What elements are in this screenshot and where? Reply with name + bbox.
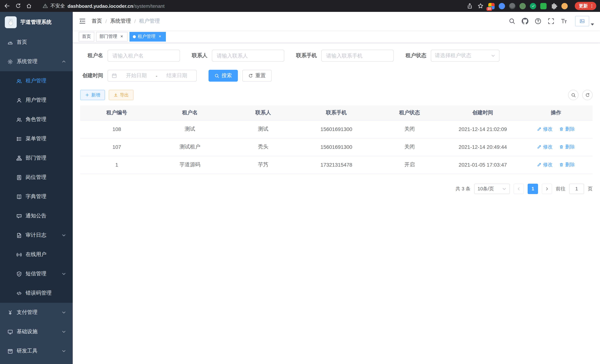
cell-tenant-name: 测试租户 [153,138,227,156]
tenant-name-input[interactable] [108,50,180,62]
log-icon [16,233,22,238]
cell-status: 开启 [373,156,446,174]
extension-dark-icon[interactable] [509,3,516,9]
sidebar-item-label: 短信管理 [26,271,46,277]
sidebar-item-label: 研发工具 [17,348,38,354]
help-icon[interactable] [535,18,541,25]
sidebar-item-user[interactable]: 用户管理 [0,91,73,110]
sidebar-item-online[interactable]: 在线用户 [0,245,73,264]
extension-green-check-icon[interactable] [530,3,536,9]
sidebar-item-pay[interactable]: 支付管理 [0,303,73,322]
fullscreen-icon[interactable] [548,18,554,25]
sidebar-item-label: 首页 [17,39,27,46]
create-time-range-picker[interactable]: 开始日期 - 结束日期 [108,70,197,82]
delete-button[interactable]: 删除 [559,126,575,132]
avatar-broken-image-icon [575,16,589,26]
jump-page-input[interactable] [569,184,584,194]
status-label: 租户状态 [406,52,426,59]
sidebar-item-menu[interactable]: 菜单管理 [0,129,73,149]
tenant-table: 租户编号 租户名 联系人 联系手机 租户状态 创建时间 操作 108 测试 [80,105,593,174]
cell-operations: 修改 删除 [519,156,593,174]
edit-icon [537,127,542,131]
add-button[interactable]: 新增 [80,90,105,100]
tab-home[interactable]: 首页 [79,32,94,41]
sidebar-item-auditlog[interactable]: 审计日志 [0,226,73,245]
sidebar-item-system[interactable]: 系统管理 [0,52,73,71]
sidebar-item-role[interactable]: 角色管理 [0,110,73,129]
edit-button[interactable]: 修改 [537,144,553,150]
search-icon [571,93,576,97]
search-icon[interactable] [509,18,516,25]
extensions-puzzle-icon[interactable] [551,3,557,9]
chevron-down-icon [502,187,506,191]
breadcrumb-separator: / [105,18,107,24]
tab-close-icon[interactable]: × [157,34,162,39]
extension-green-square-icon[interactable] [540,3,547,9]
browser-home-icon[interactable] [26,3,32,9]
column-header: 联系手机 [300,105,373,120]
toggle-search-button[interactable] [568,90,579,100]
browser-update-button[interactable]: 更新 [575,2,596,10]
cell-status: 关闭 [373,138,446,156]
sidebar-item-tools[interactable]: 研发工具 [0,341,73,361]
edit-button[interactable]: 修改 [537,161,553,168]
sidebar-item-dict[interactable]: 字典管理 [0,187,73,206]
sidebar-item-dept[interactable]: 部门管理 [0,149,73,168]
sidebar-item-label: 支付管理 [17,309,38,316]
extension-badge: 10 [487,7,492,10]
delete-button[interactable]: 删除 [559,144,575,150]
profile-avatar-icon[interactable] [562,3,568,9]
page-size-select[interactable]: 10条/页 [474,184,510,194]
contact-label: 联系人 [192,52,207,59]
page-number-1[interactable]: 1 [528,184,538,194]
breadcrumb-item-system[interactable]: 系统管理 [110,18,131,25]
sidebar-item-post[interactable]: 岗位管理 [0,168,73,187]
sidebar-item-tenant[interactable]: 租户管理 [0,71,73,91]
edit-button[interactable]: 修改 [537,126,553,132]
table-header-row: 租户编号 租户名 联系人 联系手机 租户状态 创建时间 操作 [80,105,593,120]
breadcrumb-item-home[interactable]: 首页 [92,18,102,25]
extension-blue-icon[interactable] [499,3,505,9]
status-select[interactable]: 请选择租户状态 [431,50,499,62]
sidebar-item-label: 字典管理 [26,193,46,200]
browser-back-icon[interactable] [4,3,10,9]
next-page-button[interactable] [542,184,552,194]
search-button[interactable]: 搜索 [208,70,238,82]
browser-reload-icon[interactable] [15,3,21,9]
toolbox-icon [7,348,13,354]
hamburger-icon[interactable] [79,18,86,25]
tab-dept[interactable]: 部门管理 × [96,32,128,41]
shield-icon [16,271,22,277]
sidebar-item-sms[interactable]: 短信管理 [0,264,73,283]
refresh-table-button[interactable] [582,90,593,100]
sidebar-item-label: 审计日志 [26,232,46,239]
tab-close-icon[interactable]: × [119,34,124,39]
breadcrumb-item-current: 租户管理 [139,18,160,25]
bookmark-star-icon[interactable] [478,3,484,9]
prev-page-button[interactable] [514,184,524,194]
phone-input[interactable] [321,50,394,62]
reset-button[interactable]: 重置 [242,70,272,82]
github-icon[interactable] [522,18,528,25]
contact-input[interactable] [212,50,284,62]
app-logo[interactable]: 芋道管理系统 [0,12,73,33]
screen: 不安全 dashboard.yudao.iocoder.cn/system/te… [0,0,600,364]
cell-tenant-id: 107 [80,138,153,156]
sidebar-item-errcode[interactable]: 错误码管理 [0,283,73,303]
chevron-down-icon [62,329,66,334]
delete-button[interactable]: 删除 [559,161,575,168]
user-avatar-menu[interactable] [575,16,594,26]
tab-tenant[interactable]: 租户管理 × [130,32,166,41]
share-icon[interactable] [467,3,473,9]
sidebar-item-notice[interactable]: 通知公告 [0,206,73,226]
online-icon [16,252,22,257]
edit-icon [537,162,542,167]
sidebar-item-infra[interactable]: 基础设施 [0,322,73,341]
export-button[interactable]: 导出 [109,90,134,100]
extension-colorful-icon[interactable]: 10 [488,3,495,9]
export-button-label: 导出 [120,92,129,98]
extension-olive-icon[interactable] [519,3,526,9]
address-bar[interactable]: 不安全 dashboard.yudao.iocoder.cn/system/te… [43,3,165,9]
sidebar-item-home[interactable]: 首页 [0,33,73,52]
font-size-icon[interactable] [561,18,567,25]
